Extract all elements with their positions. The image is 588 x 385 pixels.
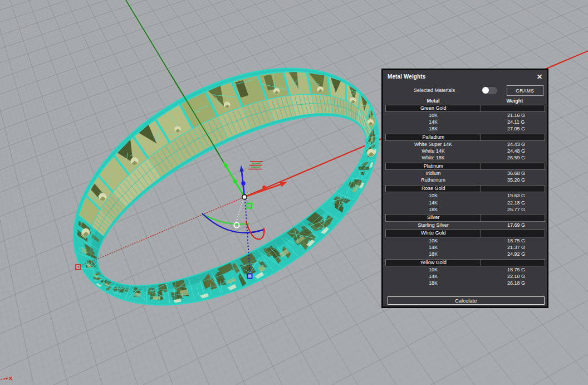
svg-text:x: x [9, 374, 13, 381]
